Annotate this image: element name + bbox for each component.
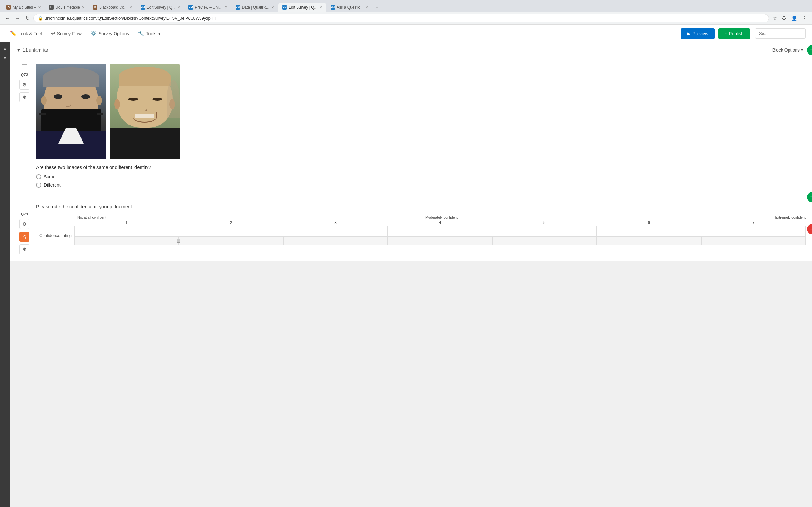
slider-num-4: 4 bbox=[388, 221, 492, 225]
tab-close-xm5[interactable]: ✕ bbox=[365, 5, 368, 9]
q72-option-different: Different bbox=[36, 182, 806, 187]
back-button[interactable]: ← bbox=[4, 14, 11, 22]
add-question-top-button[interactable]: + bbox=[807, 45, 812, 55]
look-feel-icon: ✏️ bbox=[10, 31, 16, 37]
tab-close-xm2[interactable]: ✕ bbox=[224, 5, 227, 9]
new-tab-button[interactable]: + bbox=[373, 3, 381, 12]
q73-question-text: Please rate the confidence of your judge… bbox=[36, 204, 806, 209]
main-layout: ▲ ▼ ▼ 11 unfamiliar Block Options ▾ + bbox=[0, 43, 812, 507]
slider-label-right: Extremely confident bbox=[563, 216, 806, 219]
preview-button[interactable]: ▶ Preview bbox=[681, 28, 715, 39]
slider-grid-cells bbox=[74, 226, 806, 236]
content-area: ▼ 11 unfamiliar Block Options ▾ + Q72 ⚙ … bbox=[10, 43, 812, 507]
tab-xm1[interactable]: XM Edit Survey | Q... ✕ bbox=[137, 3, 184, 12]
slider-track-row bbox=[74, 236, 806, 245]
preview-icon: ▶ bbox=[687, 31, 691, 36]
settings-button[interactable]: ⋮ bbox=[801, 14, 808, 22]
preview-label: Preview bbox=[693, 31, 708, 36]
q73-branching-button[interactable]: ✱ bbox=[19, 244, 30, 255]
slider-cell-6 bbox=[597, 226, 701, 236]
q72-radio-different[interactable] bbox=[36, 182, 41, 187]
publish-button[interactable]: ↑ Publish bbox=[718, 28, 750, 39]
slider-cell-3 bbox=[283, 226, 388, 236]
tab-label-xm1: Edit Survey | Q... bbox=[147, 5, 175, 9]
tab-label-xm4: Edit Survey | Q... bbox=[289, 5, 317, 9]
block-options-button[interactable]: Block Options ▾ bbox=[770, 46, 806, 54]
slider-label-left: Not at all confident bbox=[78, 216, 320, 219]
app-header: ✏️ Look & Feel ↩ Survey Flow ⚙️ Survey O… bbox=[0, 25, 812, 43]
slider-cell-1 bbox=[74, 226, 179, 236]
block-collapse-icon[interactable]: ▼ bbox=[16, 48, 21, 53]
confidence-rating-label: Confidence rating bbox=[34, 233, 72, 238]
q72-images-row bbox=[36, 64, 806, 159]
survey-flow-icon: ↩ bbox=[51, 31, 55, 37]
slider-cell-5 bbox=[492, 226, 597, 236]
look-feel-label: Look & Feel bbox=[18, 31, 42, 36]
q72-settings-button[interactable]: ⚙ bbox=[19, 79, 30, 90]
q72-radio-same[interactable] bbox=[36, 174, 41, 179]
tab-bb1[interactable]: B My Bb Sites – ✕ bbox=[3, 3, 45, 12]
slider-track-cell-7 bbox=[701, 236, 806, 245]
tab-close-uol[interactable]: ✕ bbox=[82, 5, 85, 9]
slider-numbers-and-grid: 1 2 3 4 5 6 7 bbox=[74, 221, 806, 245]
sidebar-down-arrow[interactable]: ▼ bbox=[2, 54, 9, 61]
slider-cell-7 bbox=[701, 226, 805, 236]
q72-content: Are these two images of the same or diff… bbox=[36, 64, 806, 191]
slider-grid-row: Confidence rating bbox=[74, 226, 806, 245]
tab-favicon-xm4: XM bbox=[282, 5, 287, 9]
tab-xm5[interactable]: XM Ask a Questio... ✕ bbox=[327, 3, 372, 12]
address-bar[interactable]: 🔒 unioflincoln.eu.qualtrics.com/Q/EditSe… bbox=[33, 14, 769, 22]
q73-checkbox[interactable] bbox=[21, 204, 27, 210]
q72-branching-button[interactable]: ✱ bbox=[19, 92, 30, 102]
tools-nav[interactable]: 🔧 Tools ▾ bbox=[134, 28, 164, 39]
extension-button[interactable]: 🛡 bbox=[780, 14, 788, 22]
forward-button[interactable]: → bbox=[14, 14, 21, 22]
q73-label: Q73 bbox=[21, 212, 28, 216]
q72-checkbox[interactable] bbox=[21, 64, 27, 70]
tab-xm2[interactable]: XM Preview – Onli... ✕ bbox=[185, 3, 231, 12]
tab-uol[interactable]: U UoL Timetable ✕ bbox=[45, 3, 89, 12]
slider-track-cell-5 bbox=[492, 236, 597, 245]
slider-track-cell-1 bbox=[74, 236, 179, 245]
tab-close-bb2[interactable]: ✕ bbox=[130, 5, 132, 9]
survey-options-label: Survey Options bbox=[99, 31, 129, 36]
slider-track-cell-4 bbox=[388, 236, 492, 245]
tab-bar: B My Bb Sites – ✕ U UoL Timetable ✕ B Bl… bbox=[0, 0, 812, 12]
slider-handle[interactable] bbox=[177, 239, 181, 243]
q72-option-same: Same bbox=[36, 174, 806, 179]
q73-content: Please rate the confidence of your judge… bbox=[36, 204, 806, 245]
look-feel-nav[interactable]: ✏️ Look & Feel bbox=[6, 28, 46, 39]
tab-xm3[interactable]: XM Data | Qualtric... ✕ bbox=[232, 3, 278, 12]
tab-close-xm4[interactable]: ✕ bbox=[319, 5, 322, 9]
survey-flow-label: Survey Flow bbox=[57, 31, 82, 36]
q72-option-different-label: Different bbox=[44, 182, 61, 187]
tab-xm4[interactable]: XM Edit Survey | Q... ✕ bbox=[278, 3, 326, 12]
q73-iq-button[interactable]: iQ bbox=[19, 232, 30, 242]
block-options-chevron-icon: ▾ bbox=[801, 48, 803, 53]
slider-container: Not at all confident Moderately confiden… bbox=[36, 216, 806, 245]
tab-close-xm3[interactable]: ✕ bbox=[271, 5, 274, 9]
survey-options-nav[interactable]: ⚙️ Survey Options bbox=[87, 28, 133, 39]
bookmark-button[interactable]: ☆ bbox=[771, 14, 778, 22]
tab-label-xm5: Ask a Questio... bbox=[337, 5, 364, 9]
slider-track-cell-6 bbox=[597, 236, 701, 245]
tab-close-xm1[interactable]: ✕ bbox=[177, 5, 180, 9]
q73-left-controls: Q73 ⚙ iQ ✱ bbox=[16, 204, 32, 255]
q72-image-2 bbox=[110, 64, 180, 159]
remove-question-button[interactable]: − bbox=[807, 224, 812, 234]
search-input[interactable] bbox=[755, 28, 806, 39]
q72-question-text: Are these two images of the same or diff… bbox=[36, 164, 806, 170]
slider-label-middle: Moderately confident bbox=[320, 216, 563, 219]
tab-favicon-xm3: XM bbox=[236, 5, 240, 9]
q72-left-controls: Q72 ⚙ ✱ bbox=[16, 64, 32, 102]
reload-button[interactable]: ↻ bbox=[24, 14, 31, 22]
tab-favicon-xm1: XM bbox=[141, 5, 145, 9]
sidebar-up-arrow[interactable]: ▲ bbox=[2, 45, 9, 53]
tab-close-bb1[interactable]: ✕ bbox=[38, 5, 41, 9]
q73-settings-button[interactable]: ⚙ bbox=[19, 219, 30, 229]
survey-flow-nav[interactable]: ↩ Survey Flow bbox=[47, 28, 85, 39]
tab-bb2[interactable]: B Blackboard Co... ✕ bbox=[89, 3, 136, 12]
tab-favicon-xm2: XM bbox=[189, 5, 193, 9]
question-row-q72: Q72 ⚙ ✱ bbox=[10, 58, 812, 198]
profile-button[interactable]: 👤 bbox=[790, 14, 799, 22]
